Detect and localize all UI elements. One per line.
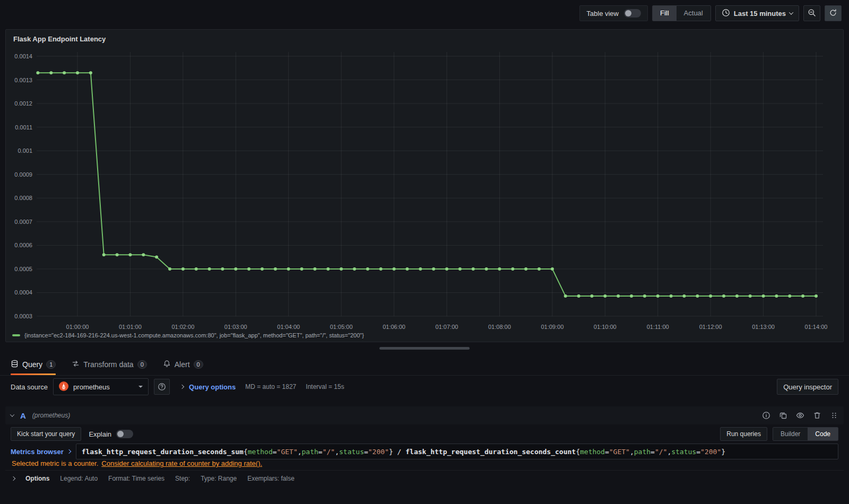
- legend-color-swatch: [12, 334, 20, 336]
- run-queries-button[interactable]: Run queries: [720, 427, 767, 441]
- datasource-name: prometheus: [73, 383, 110, 391]
- table-view-group: Table view: [579, 5, 648, 21]
- svg-text:0.0014: 0.0014: [14, 53, 32, 59]
- promql-query-text: flask_http_request_duration_seconds_sum{…: [82, 448, 725, 456]
- query-inspector-button[interactable]: Query inspector: [777, 379, 838, 395]
- code-mode-button[interactable]: Code: [808, 428, 838, 440]
- bell-icon: [163, 360, 171, 369]
- svg-text:0.0008: 0.0008: [14, 195, 32, 201]
- options-label: Options: [25, 475, 49, 482]
- collapse-chevron-icon[interactable]: [10, 412, 14, 416]
- grip-dots-icon: [830, 411, 838, 420]
- refresh-icon: [829, 8, 837, 19]
- kick-start-query-button[interactable]: Kick start your query: [11, 427, 81, 441]
- eye-icon: [796, 411, 804, 420]
- tab-transform-label: Transform data: [83, 360, 133, 369]
- clock-icon: [722, 8, 730, 19]
- panel-title[interactable]: Flask App Endpoint Latency: [6, 30, 843, 43]
- svg-text:01:02:00: 01:02:00: [171, 324, 194, 330]
- svg-text:01:00:00: 01:00:00: [66, 324, 89, 330]
- help-circle-icon: [158, 383, 166, 391]
- query-options-toggle[interactable]: Query options: [189, 383, 236, 391]
- top-toolbar: Table view Fill Actual Last 15 minutes: [0, 0, 849, 27]
- svg-text:01:14:00: 01:14:00: [805, 324, 828, 330]
- svg-text:0.0009: 0.0009: [14, 171, 32, 178]
- tab-alert-badge: 0: [194, 360, 203, 369]
- metrics-browser-toggle[interactable]: Metrics browser: [11, 448, 71, 456]
- info-circle-icon: [762, 411, 770, 420]
- datasource-label: Data source: [11, 383, 48, 391]
- query-ref-id[interactable]: A: [20, 411, 26, 420]
- promql-query-input[interactable]: flask_http_request_duration_seconds_sum{…: [76, 444, 838, 459]
- svg-text:01:09:00: 01:09:00: [541, 324, 564, 330]
- explain-group: Explain: [89, 430, 133, 438]
- query-actions-right: Run queries Builder Code: [720, 427, 838, 441]
- table-view-label: Table view: [586, 10, 619, 18]
- drag-query-handle[interactable]: [830, 411, 838, 420]
- active-tab-indicator: [11, 373, 56, 375]
- datasource-select[interactable]: prometheus: [53, 378, 149, 395]
- counter-warning: Selected metric is a counter. Consider c…: [12, 459, 262, 467]
- legend-series-label: {instance="ec2-184-169-216-224.us-west-1…: [24, 332, 364, 338]
- time-range-picker[interactable]: Last 15 minutes: [715, 5, 799, 21]
- query-line: Metrics browser flask_http_request_durat…: [5, 444, 844, 459]
- fill-option-button[interactable]: Fill: [653, 6, 677, 21]
- warning-hint-link[interactable]: Consider calculating rate of counter by …: [101, 459, 262, 467]
- explain-toggle[interactable]: [116, 430, 133, 438]
- svg-text:0.0007: 0.0007: [14, 219, 32, 225]
- svg-text:01:05:00: 01:05:00: [330, 324, 353, 330]
- options-format: Format: Time series: [108, 475, 164, 482]
- actual-option-button[interactable]: Actual: [677, 6, 711, 21]
- metrics-browser-label: Metrics browser: [11, 448, 64, 456]
- tab-transform-badge: 0: [137, 360, 147, 369]
- options-exemplars: Exemplars: false: [247, 475, 294, 482]
- datasource-row: Data source prometheus Query options MD …: [5, 378, 844, 396]
- remove-query-button[interactable]: [813, 411, 821, 420]
- tab-query-label: Query: [22, 360, 42, 369]
- explain-label: Explain: [89, 430, 111, 438]
- tab-transform-data[interactable]: Transform data 0: [72, 353, 147, 375]
- tab-alert-label: Alert: [175, 360, 190, 369]
- svg-text:0.0005: 0.0005: [14, 266, 32, 272]
- query-options-chevron-icon[interactable]: [180, 385, 184, 389]
- time-range-label: Last 15 minutes: [734, 10, 786, 18]
- zoom-out-button[interactable]: [803, 5, 820, 21]
- fill-actual-group: Fill Actual: [652, 5, 711, 21]
- svg-text:01:08:00: 01:08:00: [488, 324, 511, 330]
- builder-code-group: Builder Code: [773, 427, 838, 441]
- svg-text:0.001: 0.001: [18, 147, 32, 154]
- duplicate-query-button[interactable]: [779, 411, 787, 420]
- zoom-out-icon: [808, 8, 816, 19]
- editor-tabs: Query 1 Transform data 0 Alert 0: [0, 353, 849, 376]
- panel-resize-handle[interactable]: [379, 347, 470, 350]
- hide-response-button[interactable]: [796, 411, 804, 420]
- options-step: Step:: [175, 475, 190, 482]
- query-help-button[interactable]: [762, 411, 770, 420]
- copy-icon: [779, 411, 787, 420]
- max-data-points-value: MD = auto = 1827: [245, 383, 296, 390]
- svg-text:01:01:00: 01:01:00: [119, 324, 142, 330]
- refresh-button[interactable]: [825, 5, 842, 21]
- prometheus-icon: [59, 381, 68, 393]
- chart-legend[interactable]: {instance="ec2-184-169-216-224.us-west-1…: [12, 332, 364, 338]
- tab-query-badge: 1: [46, 360, 56, 369]
- datasource-help-button[interactable]: [154, 379, 170, 395]
- latency-time-series-chart[interactable]: 0.00140.00130.00120.00110.0010.00090.000…: [6, 47, 844, 336]
- query-options-footer[interactable]: Options Legend: Auto Format: Time series…: [5, 470, 844, 486]
- builder-mode-button[interactable]: Builder: [773, 428, 808, 440]
- svg-text:01:12:00: 01:12:00: [699, 324, 722, 330]
- svg-text:01:10:00: 01:10:00: [594, 324, 617, 330]
- interval-value: Interval = 15s: [306, 383, 344, 390]
- svg-text:0.0003: 0.0003: [14, 313, 32, 319]
- tab-alert[interactable]: Alert 0: [163, 353, 203, 375]
- chevron-down-icon: [789, 10, 793, 14]
- svg-text:0.0013: 0.0013: [14, 77, 32, 83]
- tab-query[interactable]: Query 1: [11, 353, 56, 375]
- query-datasource-hint: (prometheus): [32, 412, 70, 419]
- table-view-toggle[interactable]: [624, 9, 641, 18]
- svg-text:01:13:00: 01:13:00: [752, 324, 775, 330]
- chevron-right-icon: [66, 449, 71, 454]
- chart-panel: Flask App Endpoint Latency 0.00140.00130…: [5, 29, 844, 342]
- svg-text:0.0011: 0.0011: [15, 124, 32, 131]
- svg-text:01:04:00: 01:04:00: [277, 324, 300, 330]
